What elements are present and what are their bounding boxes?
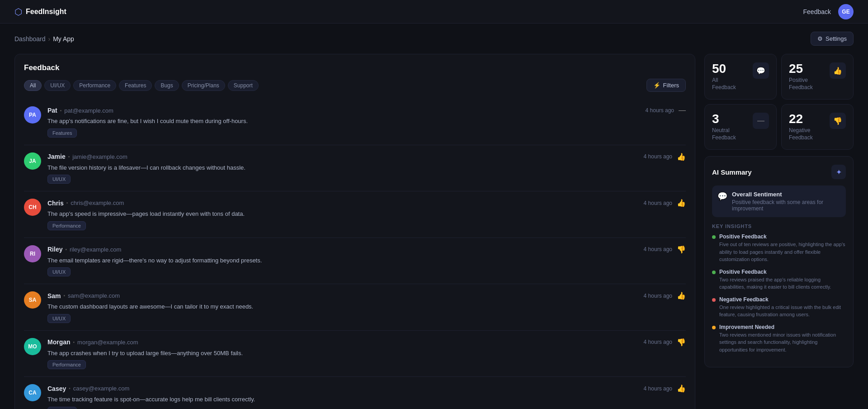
stat-info: 3 NeutralFeedback: [712, 113, 736, 141]
logo-icon: ⬡: [14, 6, 22, 17]
avatar: SA: [24, 291, 41, 309]
author-row: Morgan • morgan@example.com: [47, 338, 138, 346]
feedback-author: Casey: [47, 385, 66, 392]
filter-tag-all[interactable]: All: [24, 80, 42, 91]
feedback-right: 4 hours ago 👍: [644, 291, 686, 300]
feedback-author: Sam: [47, 292, 61, 300]
feedback-time: 4 hours ago: [644, 246, 672, 252]
filter-icon: ⚡: [653, 82, 660, 89]
feedback-tag[interactable]: Performance: [47, 221, 86, 230]
insight-title: Positive Feedback: [719, 269, 846, 275]
feedback-time: 4 hours ago: [644, 153, 672, 160]
insight-content: Improvement Needed Two reviews mentioned…: [719, 324, 846, 354]
feedback-email: sam@example.com: [68, 292, 120, 299]
topnav-right: Feedback GE: [803, 4, 854, 19]
feedback-tag[interactable]: UI/UX: [47, 314, 71, 323]
feedback-content: Riley • riley@example.com 4 hours ago 👎 …: [47, 245, 686, 277]
feedback-tag[interactable]: Performance: [47, 360, 86, 369]
stat-label: PositiveFeedback: [789, 77, 813, 91]
insight-content: Positive Feedback Five out of ten review…: [719, 233, 846, 263]
stat-card: 3 NeutralFeedback —: [704, 104, 777, 150]
insight-item: Improvement Needed Two reviews mentioned…: [712, 324, 846, 354]
feedback-author: Jamie: [47, 153, 66, 160]
avatar: CA: [24, 384, 41, 401]
avatar: MO: [24, 338, 41, 355]
chat-icon: 💬: [717, 191, 727, 201]
filter-tag-performance[interactable]: Performance: [73, 80, 116, 91]
feedback-right: 4 hours ago 👍: [644, 384, 686, 393]
feedback-content: Sam • sam@example.com 4 hours ago 👍 The …: [47, 291, 686, 323]
insight-text: Two reviews mentioned minor issues with …: [719, 331, 846, 354]
insights-list: Positive Feedback Five out of ten review…: [712, 233, 846, 353]
feedback-right: 4 hours ago 👍: [644, 152, 686, 161]
feedback-author: Chris: [47, 200, 64, 207]
avatar: PA: [24, 106, 41, 124]
stat-label: AllFeedback: [712, 77, 736, 91]
filter-tag-support[interactable]: Support: [228, 80, 259, 91]
stat-number: 25: [789, 62, 813, 75]
feedback-text: The file version history is a lifesaver—…: [47, 163, 686, 172]
brand-name: FeedInsight: [26, 8, 66, 16]
filter-tag-pricing-plans[interactable]: Pricing/Plans: [182, 80, 225, 91]
stats-grid: 50 AllFeedback 💬 25 PositiveFeedback 👍 3…: [704, 54, 854, 150]
feedback-text: The email templates are rigid—there's no…: [47, 256, 686, 265]
feedback-link[interactable]: Feedback: [803, 8, 831, 15]
stat-label: NegativeFeedback: [789, 127, 813, 141]
feedback-email: jamie@example.com: [72, 153, 127, 160]
filter-tag-ui-ux[interactable]: UI/UX: [44, 80, 71, 91]
feedback-text: The custom dashboard layouts are awesome…: [47, 302, 686, 311]
ai-summary-title: AI Summary: [712, 168, 752, 176]
feedback-author: Riley: [47, 246, 62, 253]
insight-text: Five out of ten reviews are positive, hi…: [719, 241, 846, 263]
sentiment-icon: —: [679, 106, 686, 114]
brand: ⬡ FeedInsight: [14, 6, 66, 17]
sentiment-description: Positive feedback with some areas for im…: [732, 199, 840, 212]
insight-title: Improvement Needed: [719, 324, 846, 330]
insight-content: Negative Feedback One review highlighted…: [719, 296, 846, 319]
sentiment-icon: 👍: [677, 384, 686, 393]
page-header: Dashboard › My App ⚙ Settings: [0, 24, 868, 50]
user-avatar[interactable]: GE: [838, 4, 854, 19]
feedback-time: 4 hours ago: [644, 200, 672, 206]
key-insights-label: KEY INSIGHTS: [712, 224, 846, 229]
insight-dot: [712, 235, 716, 239]
feedback-email: morgan@example.com: [77, 339, 138, 346]
ai-summary-header: AI Summary ✦: [712, 165, 846, 179]
feedback-tag[interactable]: Features: [47, 128, 77, 138]
author-row: Pat • pat@example.com: [47, 107, 113, 114]
separator-dot: •: [68, 154, 70, 159]
stat-icon: —: [753, 113, 769, 129]
filter-tag-features[interactable]: Features: [119, 80, 152, 91]
feedback-tag[interactable]: UI/UX: [47, 175, 71, 184]
feedback-meta: Jamie • jamie@example.com 4 hours ago 👍: [47, 152, 686, 161]
sentiment-info: Overall Sentiment Positive feedback with…: [732, 191, 840, 212]
separator-dot: •: [73, 340, 75, 345]
feedback-content: Pat • pat@example.com 4 hours ago — The …: [47, 106, 686, 138]
feedback-item: MO Morgan • morgan@example.com 4 hours a…: [24, 331, 686, 377]
feedback-text: The time tracking feature is spot-on—acc…: [47, 395, 686, 404]
feedback-time: 4 hours ago: [646, 107, 674, 114]
insight-title: Negative Feedback: [719, 296, 846, 303]
settings-button[interactable]: ⚙ Settings: [811, 32, 854, 46]
breadcrumb-parent[interactable]: Dashboard: [14, 35, 46, 43]
feedback-text: The app crashes when I try to upload lar…: [47, 349, 686, 358]
stat-info: 25 PositiveFeedback: [789, 62, 813, 91]
author-row: Sam • sam@example.com: [47, 292, 120, 300]
feedback-tag[interactable]: UI/UX: [47, 267, 71, 276]
sentiment-icon: 👎: [677, 338, 686, 347]
feedback-email: chris@example.com: [71, 200, 124, 206]
feedback-right: 4 hours ago 👎: [644, 338, 686, 347]
stat-number: 22: [789, 113, 813, 125]
feedback-item: RI Riley • riley@example.com 4 hours ago…: [24, 238, 686, 285]
topnav: ⬡ FeedInsight Feedback GE: [0, 0, 868, 24]
insight-dot: [712, 326, 716, 329]
feedback-tag[interactable]: Features: [47, 407, 77, 409]
filters-button[interactable]: ⚡ Filters: [646, 79, 686, 92]
feedback-item: JA Jamie • jamie@example.com 4 hours ago…: [24, 145, 686, 192]
panel-title: Feedback: [24, 63, 686, 72]
insight-item: Positive Feedback Five out of ten review…: [712, 233, 846, 263]
sentiment-icon: 👍: [677, 152, 686, 161]
feedback-list: PA Pat • pat@example.com 4 hours ago — T…: [24, 99, 686, 409]
filter-tag-bugs[interactable]: Bugs: [155, 80, 179, 91]
insight-dot: [712, 298, 716, 302]
